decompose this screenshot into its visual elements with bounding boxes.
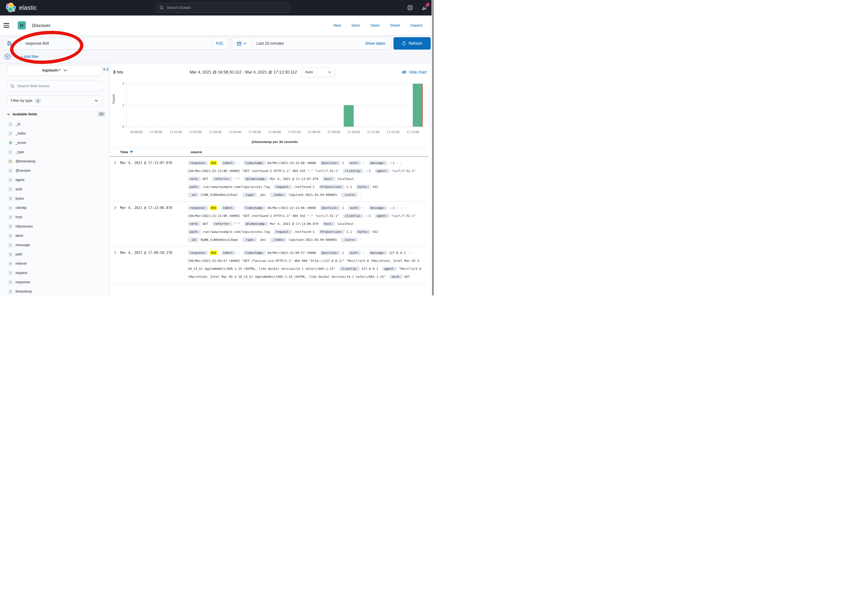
calendar-button[interactable] [232, 37, 251, 49]
source-field-pill: verb: [188, 222, 201, 226]
action-new[interactable]: New [333, 23, 341, 28]
interval-value: Auto [305, 70, 313, 74]
row-source: response:404 ident:- timestamp:04/Mar/20… [188, 249, 429, 281]
action-save[interactable]: Save [351, 23, 360, 28]
field-item-@timestamp[interactable]: @timestamp [7, 157, 110, 166]
expand-row-button[interactable] [110, 249, 120, 281]
field-item-_type[interactable]: t_type [7, 148, 110, 157]
histogram-bar[interactable] [344, 105, 354, 127]
source-field-pill: path: [188, 229, 201, 234]
field-item-bytes[interactable]: tbytes [7, 194, 110, 203]
action-share[interactable]: Share [390, 23, 400, 28]
filter-by-type[interactable]: Filter by type 0 [7, 95, 102, 106]
y-tick-label: 0 [117, 125, 124, 129]
action-open[interactable]: Open [370, 23, 379, 28]
source-field-pill: agent: [375, 214, 390, 218]
source-value: "curl/7.52.1" [391, 214, 416, 217]
text-field-icon: t [8, 178, 13, 182]
row-time: Mar 4, 2021 @ 17:13:07.876 [120, 159, 188, 199]
source-field-pill: host: [322, 222, 335, 226]
index-pattern-selector[interactable]: logstash-* [7, 65, 102, 76]
source-field-pill: timestamp: [244, 161, 266, 165]
source-field-pill: agent: [375, 168, 390, 173]
text-field-icon: t [8, 224, 13, 229]
filter-by-type-label: Filter by type [11, 99, 32, 103]
text-field-icon: t [8, 280, 13, 285]
scrollbar-thumb[interactable] [432, 0, 434, 296]
chart-header: 3 hits Mar 4, 2021 @ 16:58:30.112 - Mar … [113, 67, 427, 77]
source-value: - [359, 238, 361, 241]
menu-button[interactable] [0, 15, 13, 35]
hide-chart-link[interactable]: Hide chart [402, 70, 427, 75]
show-dates-link[interactable]: Show dates [365, 41, 391, 46]
field-name-label: host [15, 215, 22, 219]
field-item-ident[interactable]: tident [7, 231, 110, 240]
source-field-pill: timestamp: [244, 205, 266, 210]
query-input[interactable] [20, 41, 211, 46]
interval-select[interactable]: Auto [301, 67, 335, 77]
expand-row-button[interactable] [110, 159, 120, 199]
global-search-box[interactable] [156, 3, 290, 13]
text-field-icon: t [8, 243, 13, 247]
chevron-down-icon [7, 113, 10, 115]
source-field-pill: message: [369, 161, 387, 165]
field-item-response[interactable]: tresponse [7, 278, 110, 287]
expand-row-button[interactable] [110, 204, 120, 244]
source-field-pill: agent: [382, 266, 397, 271]
source-field-pill: clientip: [339, 266, 360, 271]
field-item-timestamp[interactable]: ttimestamp [7, 287, 110, 296]
notification-dot [426, 3, 430, 6]
filter-icon[interactable] [4, 53, 10, 59]
help-icon[interactable] [407, 4, 413, 11]
chevron-right-icon [113, 161, 116, 164]
field-item-auth[interactable]: tauth [7, 185, 110, 194]
chevron-down-icon [328, 71, 331, 73]
search-icon [159, 6, 164, 10]
histogram-chart[interactable] [126, 84, 423, 127]
global-search-input[interactable] [167, 6, 286, 10]
gridline-horizontal [127, 105, 423, 106]
add-filter-link[interactable]: + Add filter [21, 55, 39, 59]
elastic-logo-icon [6, 2, 16, 13]
date-field-icon [8, 159, 13, 164]
action-inspect[interactable]: Inspect [410, 23, 422, 28]
chevron-down-icon [95, 100, 98, 102]
field-item-agent[interactable]: tagent [7, 175, 110, 185]
hamburger-icon [3, 22, 9, 29]
source-field-pill: _score: [341, 192, 358, 197]
field-item-httpversion[interactable]: thttpversion [7, 222, 110, 231]
field-item-_score[interactable]: #_score [7, 138, 110, 148]
field-item-request[interactable]: trequest [7, 268, 110, 278]
source-field-pill: auth: [348, 205, 361, 210]
column-header-time[interactable]: Time [120, 150, 133, 154]
field-item-path[interactable]: tpath [7, 250, 110, 259]
source-value: logstash-2021.03.04-000001 [288, 238, 337, 241]
text-field-icon: t [8, 205, 13, 210]
collapse-sidebar-button[interactable] [103, 67, 109, 72]
histogram-bar[interactable] [413, 84, 423, 127]
source-value: 04/Mar/2021:22:09:57 +0000 [267, 251, 316, 254]
field-item-message[interactable]: tmessage [7, 240, 110, 250]
time-range-label[interactable]: Last 15 minutes [251, 41, 284, 46]
newsfeed-icon[interactable] [422, 4, 428, 11]
field-item-clientip[interactable]: tclientip [7, 203, 110, 213]
text-field-icon: t [8, 233, 13, 238]
field-search-input[interactable] [17, 84, 99, 88]
field-item-referrer[interactable]: treferrer [7, 259, 110, 268]
text-field-icon: t [8, 289, 13, 294]
field-item-@version[interactable]: t@version [7, 166, 110, 175]
kql-button[interactable]: KQL [211, 37, 228, 49]
source-value: Mar 4, 2021 @ 17:13:07.876 [270, 177, 318, 180]
available-fields-header[interactable]: Available fields 20 [7, 112, 105, 117]
saved-query-button[interactable] [3, 37, 20, 49]
field-item-_id[interactable]: t_id [7, 120, 110, 129]
field-name-label: @version [15, 168, 31, 173]
field-item-_index[interactable]: t_index [7, 129, 110, 138]
app-badge[interactable]: D [18, 21, 26, 30]
date-picker: Last 15 minutes Show dates [232, 37, 391, 50]
field-item-host[interactable]: thost [7, 213, 110, 222]
field-search-box[interactable] [7, 81, 102, 92]
source-field-pill: @timestamp: [244, 177, 268, 181]
source-value: "curl/7.52.1" [391, 169, 416, 173]
refresh-button[interactable]: Refresh [394, 37, 431, 50]
